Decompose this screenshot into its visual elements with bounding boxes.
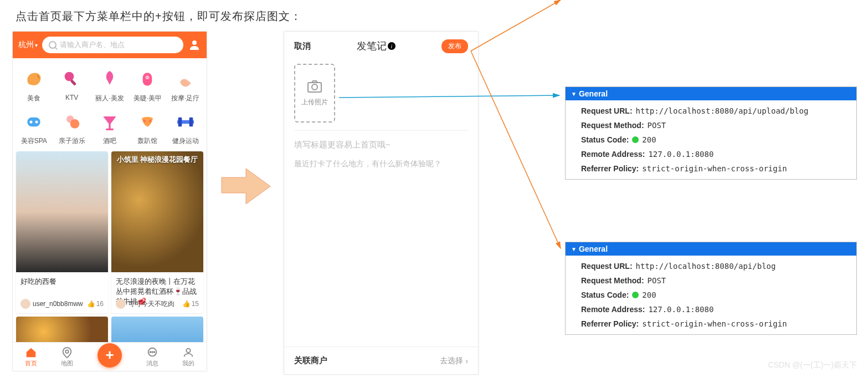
location-selector[interactable]: 杭州 ▾ bbox=[18, 40, 38, 50]
cancel-button[interactable]: 取消 bbox=[294, 41, 311, 52]
arrow-right bbox=[220, 166, 271, 206]
svg-point-6 bbox=[30, 121, 33, 124]
cat-label: 美睫·美甲 bbox=[133, 94, 162, 103]
row-url: Request URL:http://localhost:8080/api/up… bbox=[581, 104, 856, 118]
category-nails[interactable]: 美睫·美甲 bbox=[129, 64, 166, 106]
row-status: Status Code:200 bbox=[581, 133, 856, 147]
section-general[interactable]: ▼General bbox=[566, 242, 856, 256]
location-label: 杭州 bbox=[18, 40, 34, 50]
nav-home[interactable]: 首页 bbox=[25, 347, 37, 368]
svg-line-24 bbox=[471, 0, 561, 51]
info-icon[interactable]: i bbox=[388, 42, 396, 50]
disclosure-triangle-icon: ▼ bbox=[571, 246, 577, 252]
category-spa[interactable]: 美容SPA bbox=[15, 106, 53, 149]
username: 可可今天不吃肉 bbox=[128, 299, 182, 309]
relate-shop-label: 关联商户 bbox=[294, 355, 327, 366]
cat-label: 美容SPA bbox=[21, 136, 47, 146]
row-referrer: Referrer Policy:strict-origin-when-cross… bbox=[581, 161, 856, 176]
card-image: 小筑里 神秘浪漫花园餐厅 bbox=[111, 151, 203, 272]
category-grid: 美食 KTV 丽人·美发 美睫·美甲 按摩·足疗 美容SPA 亲子游乐 酒吧 轰… bbox=[13, 58, 207, 151]
home-screen: 杭州 ▾ 请输入商户名、地点 美食 KTV 丽人·美发 美睫·美甲 按摩·足疗 … bbox=[12, 31, 207, 371]
category-kids[interactable]: 亲子游乐 bbox=[53, 106, 90, 149]
svg-point-0 bbox=[192, 40, 197, 45]
feed-card[interactable]: 小筑里 神秘浪漫花园餐厅 无尽浪漫的夜晚丨在万花丛中摇晃着红酒杯🍷品战斧牛排🥩 … bbox=[111, 151, 203, 313]
svg-point-18 bbox=[152, 351, 153, 353]
svg-point-20 bbox=[187, 348, 191, 352]
card-overlay-title: 小筑里 神秘浪漫花园餐厅 bbox=[111, 155, 203, 165]
nav-messages[interactable]: 消息 bbox=[146, 347, 158, 368]
row-method: Request Method:POST bbox=[581, 273, 856, 288]
watermark: CSDN @(一(工)一)霸天下 bbox=[768, 360, 857, 370]
cat-label: 酒吧 bbox=[103, 136, 116, 146]
category-food[interactable]: 美食 bbox=[15, 64, 53, 106]
cat-label: 亲子游乐 bbox=[59, 136, 85, 146]
section-general[interactable]: ▼General bbox=[566, 87, 856, 100]
row-address: Remote Address:127.0.0.1:8080 bbox=[581, 147, 856, 161]
svg-rect-13 bbox=[178, 118, 182, 127]
publish-button[interactable]: + bbox=[97, 343, 122, 368]
relate-shop-row[interactable]: 关联商户 去选择› bbox=[284, 347, 478, 374]
svg-point-22 bbox=[312, 84, 317, 90]
svg-line-25 bbox=[471, 51, 561, 248]
category-beauty[interactable]: 丽人·美发 bbox=[91, 64, 129, 106]
row-url: Request URL:http://localhost:8080/api/bl… bbox=[581, 259, 856, 273]
status-dot-icon bbox=[632, 292, 639, 298]
cat-label: 美食 bbox=[27, 94, 40, 103]
username: user_n0bb8mww bbox=[33, 300, 87, 308]
category-massage[interactable]: 按摩·足疗 bbox=[167, 64, 204, 106]
row-status: Status Code:200 bbox=[581, 288, 856, 302]
svg-point-4 bbox=[146, 75, 150, 79]
profile-icon[interactable] bbox=[188, 38, 201, 52]
cat-label: KTV bbox=[65, 94, 78, 101]
row-address: Remote Address:127.0.0.1:8080 bbox=[581, 302, 856, 317]
upload-label: 上传照片 bbox=[301, 98, 328, 107]
card-title: 无尽浪漫的夜晚丨在万花丛中摇晃着红酒杯🍷品战斧牛排🥩 bbox=[111, 272, 203, 297]
top-bar: 杭州 ▾ 请输入商户名、地点 bbox=[13, 32, 207, 58]
category-fitness[interactable]: 健身运动 bbox=[167, 106, 204, 149]
avatar bbox=[20, 299, 30, 309]
category-bar[interactable]: 酒吧 bbox=[91, 106, 129, 149]
title-input[interactable]: 填写标题更容易上首页哦~ bbox=[284, 131, 478, 154]
svg-point-10 bbox=[143, 120, 146, 123]
category-party[interactable]: 轰趴馆 bbox=[129, 106, 166, 149]
nav-map[interactable]: 地图 bbox=[61, 347, 73, 368]
search-input[interactable]: 请输入商户名、地点 bbox=[42, 37, 183, 53]
go-select[interactable]: 去选择› bbox=[440, 356, 468, 366]
upload-photo-button[interactable]: 上传照片 bbox=[294, 64, 335, 123]
nav-mine[interactable]: 我的 bbox=[182, 347, 194, 368]
bottom-nav: 首页 地图 + 消息 我的 bbox=[13, 342, 207, 371]
submit-publish-button[interactable]: 发布 bbox=[441, 39, 468, 53]
cat-label: 健身运动 bbox=[172, 136, 199, 146]
svg-point-19 bbox=[153, 351, 155, 353]
search-icon bbox=[49, 41, 57, 49]
disclosure-triangle-icon: ▼ bbox=[571, 91, 577, 97]
feed-grid: 好吃的西餐 user_n0bb8mww 👍16 小筑里 神秘浪漫花园餐厅 无尽浪… bbox=[13, 151, 207, 313]
like-count[interactable]: 👍15 bbox=[182, 300, 199, 308]
card-image bbox=[16, 151, 108, 272]
content-input[interactable]: 最近打卡了什么地方，有什么新奇体验呢？ bbox=[284, 154, 478, 175]
svg-point-17 bbox=[150, 351, 151, 353]
search-placeholder: 请输入商户名、地点 bbox=[60, 40, 125, 50]
svg-point-15 bbox=[66, 350, 69, 353]
svg-point-1 bbox=[64, 72, 74, 81]
cat-label: 按摩·足疗 bbox=[171, 94, 199, 103]
feed-card[interactable]: 好吃的西餐 user_n0bb8mww 👍16 bbox=[16, 151, 108, 313]
cat-label: 轰趴馆 bbox=[137, 136, 157, 146]
svg-point-11 bbox=[149, 120, 152, 123]
svg-point-7 bbox=[35, 121, 38, 124]
publish-topbar: 取消 发笔记i 发布 bbox=[284, 32, 478, 60]
status-dot-icon bbox=[632, 136, 639, 143]
svg-rect-5 bbox=[28, 118, 40, 127]
publish-screen: 取消 发笔记i 发布 上传照片 填写标题更容易上首页哦~ 最近打卡了什么地方，有… bbox=[284, 31, 479, 375]
row-referrer: Referrer Policy:strict-origin-when-cross… bbox=[581, 317, 856, 331]
like-count[interactable]: 👍16 bbox=[87, 300, 104, 308]
card-meta: user_n0bb8mww 👍16 bbox=[16, 297, 108, 313]
devtools-panel-upload: ▼General Request URL:http://localhost:80… bbox=[565, 86, 857, 180]
card-title: 好吃的西餐 bbox=[16, 272, 108, 297]
chevron-right-icon: › bbox=[465, 356, 468, 365]
category-ktv[interactable]: KTV bbox=[53, 64, 90, 106]
page-heading: 点击首页最下方菜单栏中的+按钮，即可发布探店图文： bbox=[16, 9, 302, 24]
svg-rect-14 bbox=[189, 118, 193, 127]
devtools-panel-blog: ▼General Request URL:http://localhost:80… bbox=[565, 242, 857, 335]
row-method: Request Method:POST bbox=[581, 118, 856, 133]
